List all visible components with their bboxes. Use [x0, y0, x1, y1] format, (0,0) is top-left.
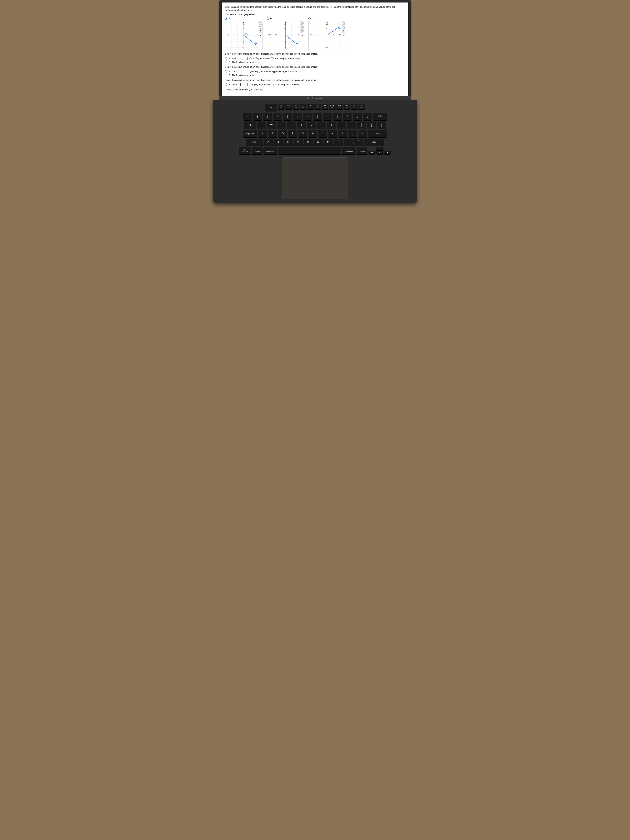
sin-input[interactable]	[240, 57, 248, 60]
enter-key[interactable]: return	[368, 130, 387, 137]
arrow-down-key[interactable]: ▼	[376, 151, 384, 154]
f1-key[interactable]: ☀F1	[278, 104, 284, 109]
left-command-key[interactable]: ⌘ command	[263, 147, 278, 155]
sin-choice-a[interactable]: A. sin θ = (Simplify your answer. Type a…	[225, 57, 405, 60]
f-key[interactable]: F	[288, 130, 297, 137]
l-key[interactable]: L	[338, 130, 347, 137]
left-bracket-key[interactable]: {[	[357, 121, 366, 129]
graph-option-a[interactable]: A.	[225, 17, 262, 50]
n-key[interactable]: N	[314, 138, 323, 146]
zoom-out-c-icon[interactable]: 🔍	[342, 25, 345, 28]
tab-key[interactable]: tab	[244, 121, 256, 129]
b-key[interactable]: B	[303, 138, 313, 146]
m-key[interactable]: M	[324, 138, 333, 146]
y-key[interactable]: Y	[307, 121, 316, 129]
s-key[interactable]: S	[268, 130, 277, 137]
radio-a[interactable]	[225, 17, 227, 20]
o-key[interactable]: O	[337, 121, 346, 129]
right-shift-key[interactable]: shift	[363, 138, 384, 146]
space-key[interactable]	[278, 147, 341, 155]
f3-key[interactable]: ⊞F3	[292, 104, 299, 109]
0-key[interactable]: )0	[343, 113, 352, 120]
f2-key[interactable]: ☀☀F2	[285, 104, 292, 109]
p-key[interactable]: P	[347, 121, 356, 129]
q-key[interactable]: Q	[257, 121, 266, 129]
caps-lock-key[interactable]: caps lock	[243, 130, 257, 137]
graph-option-b[interactable]: B.	[267, 17, 304, 50]
cos-choice-b[interactable]: B. The function is undefined.	[225, 74, 405, 76]
6-key[interactable]: ^6	[303, 113, 312, 120]
z-key[interactable]: Z	[264, 138, 273, 146]
f6-key[interactable]: ✦F6	[314, 104, 321, 109]
right-bracket-key[interactable]: }]	[367, 121, 376, 129]
zoom-in-c-icon[interactable]: 🔍	[342, 21, 345, 25]
zoom-out-icon[interactable]: 🔍	[259, 25, 262, 28]
e-key[interactable]: E	[277, 121, 286, 129]
sin-radio-a[interactable]	[225, 57, 227, 60]
j-key[interactable]: J	[318, 130, 327, 137]
f12-key[interactable]: 🔊F12	[358, 104, 365, 109]
x-key[interactable]: X	[273, 138, 283, 146]
k-key[interactable]: K	[328, 130, 337, 137]
r-key[interactable]: R	[287, 121, 296, 129]
backtick-key[interactable]: ~`	[243, 113, 252, 120]
1-key[interactable]: !1	[253, 113, 262, 120]
cos-input[interactable]	[241, 70, 248, 73]
g-key[interactable]: G	[298, 130, 307, 137]
a-key[interactable]: A	[258, 130, 267, 137]
equals-key[interactable]: +=	[363, 113, 372, 120]
4-key[interactable]: $4	[283, 113, 292, 120]
5-key[interactable]: %5	[293, 113, 302, 120]
graph-option-c[interactable]: C.	[308, 17, 346, 50]
backspace-key[interactable]: ⌫	[373, 113, 387, 120]
zoom-out-b-icon[interactable]: 🔍	[300, 25, 303, 28]
h-key[interactable]: H	[308, 130, 317, 137]
f4-key[interactable]: ⋮⋮F4	[300, 104, 306, 109]
w-key[interactable]: W	[267, 121, 276, 129]
slash-key[interactable]: ?/	[354, 138, 363, 146]
left-shift-key[interactable]: shift	[246, 138, 263, 146]
f11-key[interactable]: 🔉F11	[351, 104, 357, 109]
expand-b-icon[interactable]: ⧉	[300, 29, 303, 33]
right-command-key[interactable]: ⌘ command	[342, 147, 356, 155]
9-key[interactable]: (9	[333, 113, 342, 120]
expand-c-icon[interactable]: ⧉	[342, 29, 345, 33]
sin-radio-b[interactable]	[225, 61, 227, 63]
control-key[interactable]: ^ control	[239, 147, 251, 155]
f5-key[interactable]: ✦F5	[307, 104, 314, 109]
cos-radio-a[interactable]	[225, 70, 227, 73]
zoom-in-icon[interactable]: 🔍	[259, 21, 262, 25]
t-key[interactable]: T	[297, 121, 306, 129]
zoom-in-b-icon[interactable]: 🔍	[300, 21, 303, 25]
8-key[interactable]: *8	[323, 113, 332, 120]
esc-key[interactable]: esc	[265, 104, 277, 111]
expand-icon[interactable]: ⧉	[259, 29, 262, 33]
radio-b[interactable]	[267, 17, 269, 20]
f10-key[interactable]: 🔇F10	[344, 104, 350, 109]
minus-key[interactable]: _-	[353, 113, 362, 120]
c-key[interactable]: C	[284, 138, 293, 146]
f8-key[interactable]: ▶❚❚F8	[329, 104, 336, 109]
tan-input[interactable]	[240, 83, 248, 86]
u-key[interactable]: U	[317, 121, 326, 129]
2-key[interactable]: @2	[263, 113, 272, 120]
radio-c[interactable]	[308, 17, 311, 20]
period-key[interactable]: >.	[344, 138, 353, 146]
sin-choice-b[interactable]: B. The function is undefined.	[225, 61, 405, 63]
tan-radio-a[interactable]	[225, 83, 227, 85]
7-key[interactable]: &7	[313, 113, 322, 120]
left-option-key[interactable]: ⌥ option	[252, 147, 262, 155]
comma-key[interactable]: <,	[333, 138, 343, 146]
cos-radio-b[interactable]	[225, 74, 227, 76]
tan-choice-a[interactable]: A. tan θ = (Simplify your answer. Type a…	[225, 83, 405, 86]
arrow-left-key[interactable]: ◀	[368, 151, 376, 154]
right-option-key[interactable]: ⌥ option	[357, 147, 368, 155]
semicolon-key[interactable]: :;	[348, 130, 357, 137]
backslash-key[interactable]: |\	[377, 121, 386, 129]
arrow-up-key[interactable]: ▲	[376, 147, 384, 150]
quote-key[interactable]: "'	[358, 130, 367, 137]
trackpad[interactable]	[282, 157, 348, 199]
v-key[interactable]: V	[294, 138, 303, 146]
i-key[interactable]: I	[327, 121, 336, 129]
arrow-right-key[interactable]: ▶	[384, 151, 391, 154]
